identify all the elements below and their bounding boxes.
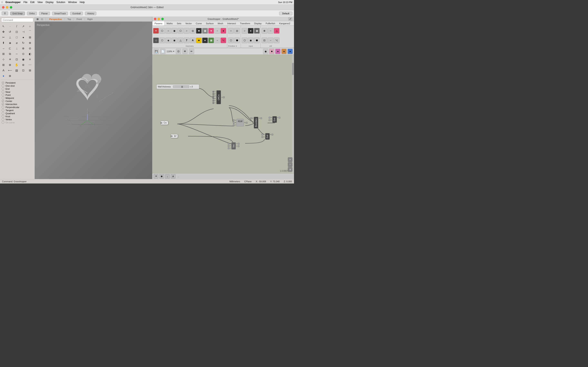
gh-boundary-node[interactable]: E Boundary S	[250, 117, 262, 128]
gh-geo-btn-sphere[interactable]: ◉	[172, 28, 177, 34]
gh-geo-btn-A[interactable]: A	[190, 38, 196, 43]
osnap-knot-checkbox[interactable]	[2, 115, 4, 118]
osnap-oncurve[interactable]: On curve	[2, 121, 33, 124]
default-button[interactable]: Default	[279, 12, 292, 15]
gh-geo-btn-arrow1[interactable]: →	[214, 28, 220, 34]
gh-menu-display[interactable]: Display	[252, 21, 264, 25]
osnap-quadrant[interactable]: Quadrant	[2, 112, 33, 115]
smarttrack-button[interactable]: SmartTrack	[52, 12, 68, 15]
tool-rotate[interactable]: ↺	[7, 29, 13, 34]
tool-project[interactable]: ⟂	[14, 46, 19, 51]
minimize-button[interactable]	[6, 6, 8, 8]
gh-crv-port[interactable]	[161, 122, 162, 124]
gh-offcrv-node[interactable]: C D Pl B K T	[213, 90, 225, 104]
gh-geo-btn-arrow2[interactable]: →	[214, 38, 220, 43]
tool-extrude[interactable]: ⬆	[1, 40, 6, 45]
window-controls[interactable]	[2, 6, 12, 8]
osnap-vertex[interactable]: Vertex	[2, 118, 33, 121]
osnap-center-checkbox[interactable]	[2, 100, 4, 102]
gh-slider-thumb[interactable]	[181, 86, 183, 88]
gh-prim-btn1[interactable]: ○	[228, 28, 234, 34]
osnap-point[interactable]: Point	[2, 93, 33, 96]
gh-util-btn5[interactable]: →	[268, 38, 273, 43]
menu-edit[interactable]: Edit	[30, 1, 35, 4]
gh-geo-btn-darkcirc[interactable]: ●	[202, 38, 208, 43]
gh-util-btn1[interactable]: ⊕	[261, 28, 267, 34]
tool-misc2[interactable]: ⊕	[7, 73, 13, 78]
gh-geo-btn-surface[interactable]: ■	[196, 28, 202, 34]
tool-move[interactable]: ✥	[1, 29, 6, 34]
osnap-knot[interactable]: Knot	[2, 115, 33, 118]
tool-grid[interactable]: ⊞	[1, 62, 6, 67]
tool-boolean[interactable]: ⊕	[27, 40, 33, 45]
tool-analyze[interactable]: ⊙	[21, 51, 26, 57]
gh-rdiff-node[interactable]: A B P RDiff R	[233, 119, 247, 126]
gh-preview3-btn[interactable]: ●	[281, 49, 287, 54]
gh-util-btn4[interactable]: ⊡	[261, 38, 267, 43]
tool-color[interactable]: ●	[1, 73, 6, 78]
osnap-midpoint[interactable]: Midpoint	[2, 96, 33, 100]
gh-wall-thickness-slider[interactable]: Wall thickness ◇ 3	[156, 84, 199, 89]
gh-geo-btn-flask[interactable]: ⌥	[221, 38, 226, 43]
gh-geo-btn-dark1[interactable]: ◇	[153, 38, 159, 43]
planar-button[interactable]: Planar	[39, 12, 50, 15]
gh-canvas[interactable]: Wall thickness ◇ 3 Crv Srf	[152, 55, 294, 173]
gh-zoom-settings[interactable]: ⚙	[288, 167, 292, 172]
gh-geo-btn-pink[interactable]: ★	[208, 28, 214, 34]
gh-geo-btn-box[interactable]: ⬡	[178, 28, 183, 34]
osnap-center[interactable]: Center	[2, 100, 33, 103]
menu-window[interactable]: Window	[68, 1, 77, 4]
viewport-tab-front[interactable]: Front	[75, 17, 84, 21]
gh-util-btn6[interactable]: ⌥	[274, 38, 279, 43]
gh-bake-btn[interactable]: ◉	[263, 49, 268, 54]
tool-split[interactable]: ⊥	[7, 35, 13, 40]
gh-extr2-node[interactable]: B D Extr E	[261, 133, 273, 140]
tool-snap[interactable]: ⊹	[1, 57, 6, 62]
gh-geo-btn-arc[interactable]: ○	[184, 28, 190, 34]
osnap-persistent-checkbox[interactable]	[2, 81, 4, 84]
tool-render[interactable]: ◐	[27, 51, 33, 57]
gh-vec-node[interactable]: X Y Z Vec V L	[228, 142, 240, 150]
viewport-tab-top[interactable]: Top	[65, 17, 73, 21]
gh-preview1-btn[interactable]: ■	[269, 49, 274, 54]
gh-window-controls[interactable]	[154, 18, 164, 20]
gh-menu-mesh[interactable]: Mesh	[216, 21, 225, 25]
gh-geo-btn-darkgrid[interactable]: ▦	[208, 38, 214, 43]
tool-select[interactable]: ↖	[1, 24, 6, 29]
tool-sweep[interactable]: ⌀	[14, 40, 19, 45]
osnap-point-checkbox[interactable]	[2, 94, 4, 96]
tool-material[interactable]: ◉	[21, 57, 26, 62]
gh-doc-btn[interactable]: 📄	[160, 49, 165, 54]
gh-prim-btn2[interactable]: ◎	[234, 28, 240, 34]
gh-geo-btn-circle[interactable]: ○	[165, 28, 171, 34]
gh-primitive-expand[interactable]: ▼	[236, 45, 237, 47]
tool-curve[interactable]: ↗	[21, 24, 26, 29]
osnap-oncurve-checkbox[interactable]	[2, 121, 4, 124]
tool-revolve[interactable]: ↻	[21, 40, 26, 45]
gh-scrollbar-thumb[interactable]	[292, 63, 294, 75]
osnap-end[interactable]: End	[2, 87, 33, 90]
gh-maximize-button[interactable]	[161, 18, 164, 20]
gh-menu-transform[interactable]: Transform	[238, 21, 252, 25]
gh-slider-track[interactable]	[173, 85, 189, 88]
osnap-midpoint-checkbox[interactable]	[2, 97, 4, 99]
osnap-perpendicular-checkbox[interactable]	[2, 106, 4, 108]
tool-orbit[interactable]: ⊛	[21, 62, 26, 67]
tool-pan[interactable]: ✋	[14, 62, 19, 67]
gh-util-btn2[interactable]: →	[268, 28, 273, 34]
menu-help[interactable]: Help	[80, 1, 85, 4]
gh-menu-params[interactable]: Params	[152, 21, 164, 25]
gh-input-btn4[interactable]: ⬡	[242, 38, 247, 43]
gh-geo-btn-pink2[interactable]: ●	[221, 28, 226, 34]
apple-menu[interactable]: 	[2, 1, 2, 4]
gh-crv-node[interactable]: Crv	[160, 121, 168, 125]
tool-circle[interactable]: ○	[27, 24, 33, 29]
gh-zoom-dropdown[interactable]: ▼	[173, 50, 174, 52]
tool-block[interactable]: ⊡	[21, 68, 26, 73]
gh-geo-btn-tri[interactable]: △	[178, 38, 183, 43]
gh-menu-kangaroo2[interactable]: Kangaroo2	[277, 21, 292, 25]
gh-input-btn3[interactable]: ▦	[254, 28, 260, 34]
gh-geo-btn-yellow[interactable]: ■	[196, 38, 202, 43]
gh-geo-btn-hex2[interactable]: ⬡	[159, 38, 165, 43]
gh-scrollbar-vertical[interactable]	[292, 55, 294, 173]
